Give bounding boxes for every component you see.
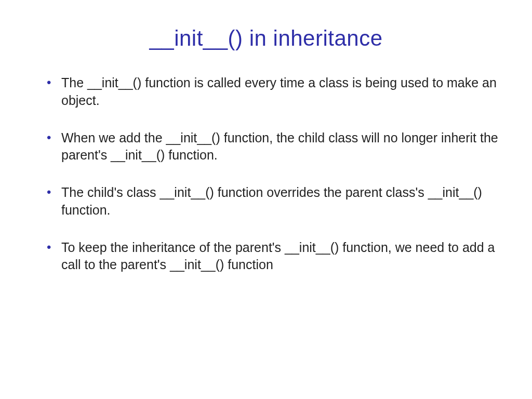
slide-container: __init__() in inheritance The __init__()… (0, 0, 532, 399)
bullet-item: The child's class __init__() function ov… (47, 184, 501, 219)
bullet-item: The __init__() function is called every … (47, 74, 501, 110)
bullet-item: When we add the __init__() function, the… (47, 129, 501, 165)
bullet-item: To keep the inheritance of the parent's … (47, 239, 501, 274)
slide-title: __init__() in inheritance (31, 26, 501, 51)
bullet-list: The __init__() function is called every … (31, 74, 501, 274)
